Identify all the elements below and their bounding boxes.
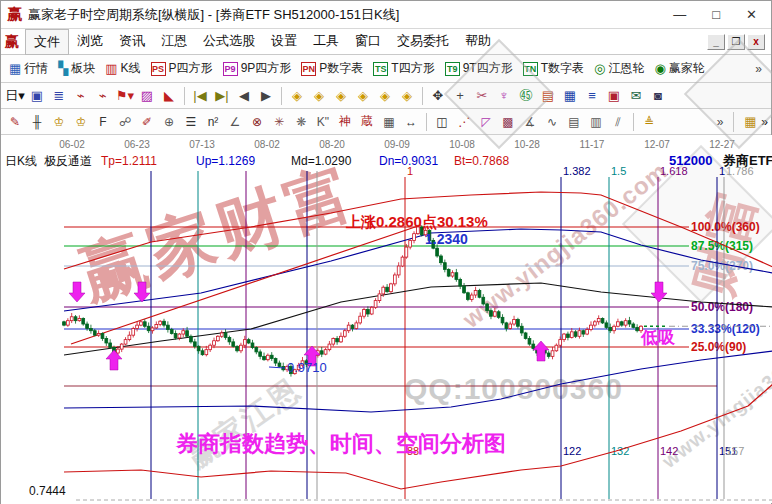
p-square-button[interactable]: PSP四方形 <box>146 58 218 79</box>
dense-grid-tool[interactable]: ▦ <box>379 112 399 132</box>
menu-item-5[interactable]: 设置 <box>263 29 305 55</box>
menu-item-0[interactable]: 文件 <box>25 29 69 55</box>
gann-diamond-4[interactable]: ◈ <box>353 86 373 106</box>
gann-wheel-button[interactable]: ◎江恩轮 <box>589 58 649 79</box>
minimize-button[interactable]: — <box>673 7 686 22</box>
nine-t-square-button[interactable]: T99T四方形 <box>440 58 518 79</box>
menu-item-2[interactable]: 资讯 <box>111 29 153 55</box>
gann-diamond-6[interactable]: ◈ <box>397 86 417 106</box>
zang-tool[interactable]: 蔵 <box>357 112 377 132</box>
k-note-tool[interactable]: K" <box>313 112 333 132</box>
skip-end-button[interactable]: ▶| <box>212 86 232 106</box>
mdi-close-button[interactable]: x <box>747 34 765 50</box>
close-button[interactable]: ✕ <box>746 7 757 22</box>
candle-body <box>109 343 112 347</box>
period-selector[interactable]: 日▾ <box>5 86 25 106</box>
window-tool[interactable]: ◫ <box>432 112 452 132</box>
hatch-tool[interactable]: ⫽ <box>608 112 628 132</box>
grid-tool-1[interactable]: ╫ <box>27 112 47 132</box>
gann-diamond-3[interactable]: ◈ <box>331 86 351 106</box>
t-square-button-icon: TS <box>373 62 388 76</box>
gann-target-tool[interactable]: ⊗ <box>247 112 267 132</box>
calendar-button[interactable]: ▤ <box>538 86 558 106</box>
nine-p-square-button[interactable]: P99P四方形 <box>218 58 297 79</box>
prev-bar-button[interactable]: ◀ <box>234 86 254 106</box>
stats-button[interactable]: ✉ <box>626 86 646 106</box>
protractor-tool[interactable]: ∠ <box>225 112 245 132</box>
web-box-tool[interactable]: ▩ <box>498 112 518 132</box>
mdi-minimize-button[interactable]: _ <box>707 34 725 50</box>
candle-body <box>628 321 631 324</box>
flag-marker-icon[interactable]: ⚑▾ <box>115 86 135 106</box>
menu-item-3[interactable]: 江恩 <box>153 29 195 55</box>
corner-more-button[interactable]: » <box>761 115 768 129</box>
ma-large-icon[interactable]: ⌁ <box>93 86 113 106</box>
save-button[interactable]: ▣ <box>604 86 624 106</box>
crosshair-tool[interactable]: + <box>450 86 470 106</box>
star-web-tool[interactable]: ✳ <box>269 112 289 132</box>
menu-item-1[interactable]: 浏览 <box>69 29 111 55</box>
sectors-button[interactable]: ▚板块 <box>53 58 100 79</box>
zigzag-tool[interactable]: ∿ <box>542 112 562 132</box>
circle-grid-tool[interactable]: ⊕ <box>159 112 179 132</box>
pen-tool[interactable]: ✐ <box>137 112 157 132</box>
hand-tool[interactable]: ✥ <box>428 86 448 106</box>
calculator-button[interactable]: ▦ <box>560 86 580 106</box>
measure-tool[interactable]: ✂ <box>472 86 492 106</box>
grid-a-tool[interactable]: ▤ <box>564 112 584 132</box>
mdi-restore-button[interactable]: ❐ <box>727 34 745 50</box>
menu-item-7[interactable]: 窗口 <box>347 29 389 55</box>
note-list-icon[interactable]: ≣ <box>49 86 69 106</box>
grid-b-tool[interactable]: ▥ <box>586 112 606 132</box>
winner-wheel-button[interactable]: ◉赢家轮 <box>649 58 709 79</box>
quotes-button[interactable]: ▦行情 <box>4 58 53 79</box>
gann-diamond-5[interactable]: ◈ <box>375 86 395 106</box>
gold-grid-1[interactable]: ♔ <box>49 112 69 132</box>
next-bar-button[interactable]: ▶ <box>256 86 276 106</box>
gold-pillar-tool[interactable]: ≜ <box>639 112 659 132</box>
menu-item-6[interactable]: 工具 <box>305 29 347 55</box>
candle-body <box>474 291 477 295</box>
candle-body <box>436 248 439 256</box>
color-band-icon[interactable]: ◣ <box>159 86 179 106</box>
fib-tool[interactable]: F <box>93 112 113 132</box>
t-number-table-button[interactable]: TNT数字表 <box>518 58 589 79</box>
pattern-box-icon[interactable]: ▨ <box>137 86 157 106</box>
menu-item-4[interactable]: 公式选股 <box>195 29 263 55</box>
main-toolbar-more-button[interactable]: » <box>749 62 768 76</box>
chart-area[interactable]: 赢家财富财富www.yingjia360.comwww.yingjia360.c… <box>1 135 771 504</box>
ruler-tool[interactable]: ☰ <box>181 112 201 132</box>
box-fan-tool[interactable]: ◸ <box>476 112 496 132</box>
grid-window-tool[interactable]: ▦ <box>740 112 760 132</box>
nine-t-square-button-icon: T9 <box>445 62 460 76</box>
brush-tool[interactable]: ✎ <box>5 112 25 132</box>
drawing-toolbar-more-button[interactable]: » <box>711 115 730 129</box>
spider-web-tool[interactable]: ❋ <box>291 112 311 132</box>
gann-diamond-2[interactable]: ◈ <box>309 86 329 106</box>
candle-body <box>336 339 339 342</box>
kline-button[interactable]: ▥K线 <box>100 58 145 79</box>
shen-tool[interactable]: 神 <box>335 112 355 132</box>
p-number-table-button[interactable]: PNP数字表 <box>296 58 368 79</box>
report-button[interactable]: ≡ <box>582 86 602 106</box>
pattern-window-icon[interactable]: ▣ <box>27 86 47 106</box>
t-square-button[interactable]: TST四方形 <box>368 58 439 79</box>
date-tick-label: 09-09 <box>384 139 410 150</box>
spiral-tool[interactable]: ☍ <box>115 112 135 132</box>
n2-tool[interactable]: n² <box>203 112 223 132</box>
candle-body <box>213 341 216 345</box>
gann-wheel-button-label: 江恩轮 <box>608 60 644 77</box>
snapshot-button[interactable]: ◙ <box>648 86 668 106</box>
gold-grid-2[interactable]: ♔ <box>71 112 91 132</box>
angle-line-tool[interactable]: ∡ <box>520 112 540 132</box>
maximize-button[interactable]: □ <box>712 7 720 22</box>
menu-item-8[interactable]: 交易委托 <box>389 29 457 55</box>
fan-lines-tool[interactable]: ⋰ <box>454 112 474 132</box>
cycle-tool[interactable]: ♆ <box>494 86 514 106</box>
menu-item-9[interactable]: 帮助 <box>457 29 499 55</box>
ma-small-icon[interactable]: ⌁ <box>71 86 91 106</box>
cycle45-tool[interactable]: ㊺ <box>516 86 536 106</box>
width-arrows-tool[interactable]: ↔ <box>401 112 421 132</box>
skip-start-button[interactable]: |◀ <box>190 86 210 106</box>
gann-diamond-1[interactable]: ◈ <box>287 86 307 106</box>
